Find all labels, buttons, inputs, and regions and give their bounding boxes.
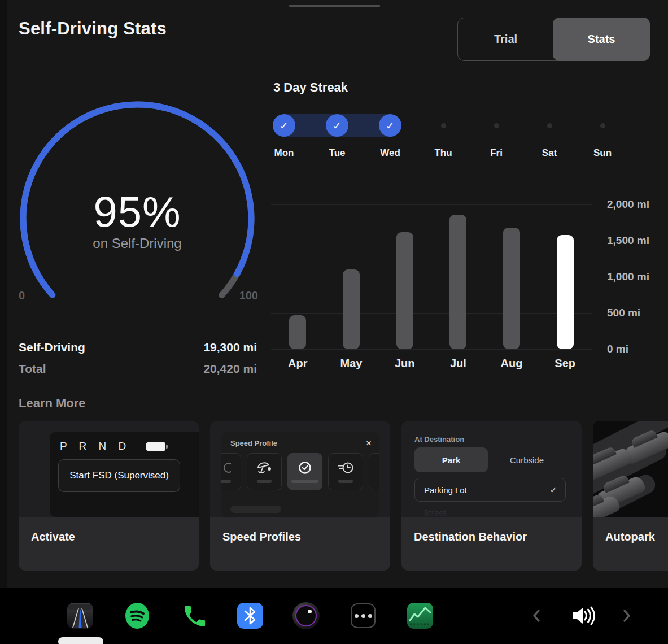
streak-day-fri xyxy=(470,114,523,137)
phone-icon xyxy=(182,604,206,628)
day-label: Sun xyxy=(576,147,629,159)
bar-jul xyxy=(449,215,466,349)
bluetooth-app-button[interactable] xyxy=(237,602,264,629)
day-dot-icon xyxy=(547,123,552,128)
card-autopark[interactable]: Autopark xyxy=(593,421,668,571)
streak-day-labels: MonTueWedThuFriSatSun xyxy=(257,147,629,159)
stocks-app-button[interactable] xyxy=(407,602,434,629)
day-label: Wed xyxy=(364,147,417,159)
streak-day-mon: ✓ xyxy=(257,114,311,137)
volume-button[interactable] xyxy=(569,602,596,629)
y-tick-label: 1,000 mi xyxy=(607,271,649,283)
day-check-icon: ✓ xyxy=(273,114,295,137)
spotify-app-button[interactable] xyxy=(124,602,151,629)
umbrella-icon xyxy=(256,460,272,475)
x-label-aug: Aug xyxy=(485,357,539,370)
activate-card-media: P R N D Start FSD (Supervised) xyxy=(19,421,199,517)
destination-segmented-control: Park Curbside xyxy=(414,447,566,472)
phone-app-button[interactable] xyxy=(180,602,207,629)
toggle-trial-button[interactable]: Trial xyxy=(458,18,553,60)
bar-sep xyxy=(557,235,574,349)
active-app-indicator xyxy=(58,637,103,644)
chart-gridline xyxy=(271,349,592,350)
drag-handle[interactable] xyxy=(289,5,380,7)
autopark-card-title: Autopark xyxy=(605,530,655,543)
profile-tile-partial-left[interactable] xyxy=(221,453,241,490)
y-tick-label: 1,500 mi xyxy=(607,234,649,247)
card-activate[interactable]: P R N D Start FSD (Supervised) Activate xyxy=(19,421,199,571)
y-tick-label: 0 mi xyxy=(607,343,628,355)
x-label-jun: Jun xyxy=(378,357,431,370)
mileage-stats: Self-Driving 19,300 mi Total 20,420 mi xyxy=(19,337,257,380)
day-check-icon: ✓ xyxy=(379,114,401,137)
start-fsd-button[interactable]: Start FSD (Supervised) xyxy=(58,459,180,492)
destination-card-footer: Destination Behavior xyxy=(401,517,582,571)
profile-tile-standard-selected[interactable] xyxy=(287,453,322,490)
navigation-app-button[interactable] xyxy=(67,602,94,629)
check-icon: ✓ xyxy=(550,485,557,495)
day-dot-icon xyxy=(441,123,446,128)
speed-profile-options xyxy=(221,453,379,490)
streak-day-sun xyxy=(576,114,629,137)
card-speed-profiles[interactable]: Speed Profile × xyxy=(210,421,390,571)
profile-label-pill xyxy=(291,480,318,483)
at-destination-label: At Destination xyxy=(414,435,464,443)
day-label: Mon xyxy=(257,147,311,159)
autopark-card-media xyxy=(593,421,668,517)
profile-tile-chill[interactable] xyxy=(247,453,282,490)
learn-more-title: Learn More xyxy=(19,396,86,411)
day-check-icon: ✓ xyxy=(326,114,348,137)
card-destination-behavior[interactable]: At Destination Park Curbside Parking Lot… xyxy=(401,421,582,571)
gear-selector-panel: P R N D Start FSD (Supervised) xyxy=(50,432,199,517)
total-miles-value: 20,420 mi xyxy=(203,362,257,376)
trial-stats-toggle: Trial Stats xyxy=(457,18,650,61)
chevron-right-icon xyxy=(622,608,632,624)
more-apps-button[interactable] xyxy=(350,602,377,629)
next-media-button[interactable] xyxy=(615,602,638,629)
profile-label-pill xyxy=(257,480,272,483)
speed-profile-dialog: Speed Profile × xyxy=(221,432,379,517)
speed-profiles-card-media: Speed Profile × xyxy=(210,421,390,517)
profile-tile-partial-right[interactable] xyxy=(369,453,379,490)
speed-profiles-card-title: Speed Profiles xyxy=(222,530,301,543)
segment-park-selected[interactable]: Park xyxy=(414,447,488,472)
profile-tile-hurry[interactable] xyxy=(328,453,363,490)
profile-label-pill xyxy=(379,480,379,483)
stocks-icon xyxy=(407,603,433,629)
streak-day-row: ✓✓✓ xyxy=(257,114,629,137)
gear-icon xyxy=(379,460,379,475)
day-label: Tue xyxy=(311,147,364,159)
activate-card-title: Activate xyxy=(31,530,75,543)
activate-card-footer: Activate xyxy=(19,517,199,571)
destination-card-media: At Destination Park Curbside Parking Lot… xyxy=(401,421,582,517)
bluetooth-icon xyxy=(237,603,263,629)
close-icon[interactable]: × xyxy=(366,438,372,448)
day-dot-icon xyxy=(494,123,499,128)
chart-x-axis-labels: AprMayJunJulAugSep xyxy=(271,357,592,370)
toggle-stats-button[interactable]: Stats xyxy=(553,18,650,61)
camera-app-button[interactable] xyxy=(292,602,320,629)
day-label: Fri xyxy=(470,147,523,159)
day-label: Sat xyxy=(523,147,576,159)
self-driving-gauge: 95% on Self-Driving 0 100 xyxy=(19,98,256,335)
gauge-percent-value: 95% xyxy=(19,187,256,236)
previous-media-button[interactable] xyxy=(525,602,548,629)
parking-lot-option[interactable]: Parking Lot ✓ xyxy=(414,478,566,502)
volume-icon xyxy=(570,605,596,626)
chart-gridline xyxy=(271,204,592,205)
segment-curbside[interactable]: Curbside xyxy=(488,455,566,465)
media-fade xyxy=(401,500,582,517)
x-label-jul: Jul xyxy=(431,357,485,370)
gear-letters: P R N D xyxy=(60,440,130,452)
x-label-apr: Apr xyxy=(271,357,325,370)
day-label: Thu xyxy=(417,147,470,159)
placeholder-bar xyxy=(230,506,281,513)
profile-label-pill xyxy=(221,480,231,483)
spotify-icon xyxy=(124,602,151,629)
gauge-min-label: 0 xyxy=(19,289,25,302)
chart-y-axis-labels: 2,000 mi1,500 mi1,000 mi500 mi0 mi xyxy=(607,198,663,356)
self-driving-miles-value: 19,300 mi xyxy=(203,341,257,354)
bar-aug xyxy=(503,228,520,349)
streak-day-sat xyxy=(523,114,576,137)
bar-apr xyxy=(289,315,306,349)
